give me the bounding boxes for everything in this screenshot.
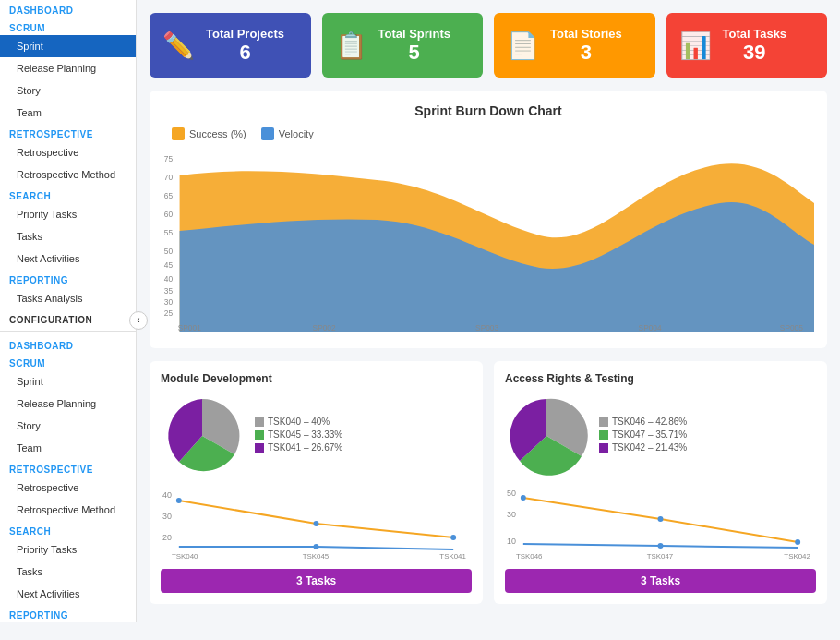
tasks-icon: 📊: [679, 30, 712, 61]
stat-card-stories: 📄 Total Stories 3: [494, 13, 655, 78]
stories-icon: 📄: [507, 30, 539, 61]
bottom-charts: Module Development TSK040 – 40%: [150, 361, 827, 604]
sidebar-section-dashboard1: DASHBOARD: [0, 0, 136, 18]
legend-tsk047-label: TSK047 – 35.71%: [612, 429, 687, 440]
sprints-icon: 📋: [335, 30, 367, 61]
sidebar-item-story2[interactable]: Story: [0, 415, 136, 437]
legend-tsk046-color: [599, 417, 608, 427]
legend-tsk045-label: TSK045 – 33.33%: [268, 429, 342, 440]
burn-down-chart: 75 70 65 60 55 50 45 40 35 30 25 SP001 S…: [162, 148, 814, 332]
access-rights-bar-chart: 50 30 10 TSK046 TSK047 TSK042: [505, 487, 816, 561]
module-dev-pie: [161, 394, 244, 477]
access-rights-legend: TSK046 – 42.86% TSK047 – 35.71% TSK042 –…: [599, 417, 687, 455]
svg-point-31: [795, 539, 800, 545]
sidebar-item-retrospective1[interactable]: Retrospective: [0, 141, 136, 163]
svg-text:70: 70: [164, 173, 173, 182]
legend-tsk041-color: [255, 443, 264, 453]
access-rights-chart: Access Rights & Testing TSK046 – 42.86%: [494, 361, 827, 604]
svg-text:50: 50: [164, 247, 173, 256]
sidebar-item-retro-method1[interactable]: Retrospective Method: [0, 163, 136, 186]
stories-value: 3: [550, 41, 622, 65]
sidebar-section-reporting2: REPORTING: [0, 605, 136, 622]
stat-card-tasks: 📊 Total Tasks 39: [666, 13, 828, 78]
sidebar-item-team2[interactable]: Team: [0, 437, 136, 459]
sidebar-item-priority1[interactable]: Priority Tasks: [0, 203, 136, 225]
sidebar-item-tasks2[interactable]: Tasks: [0, 561, 136, 583]
access-rights-tasks-bar[interactable]: 3 Tasks: [505, 569, 816, 593]
sprints-label: Total Sprints: [378, 27, 450, 41]
legend-tsk040-label: TSK040 – 40%: [268, 417, 330, 427]
legend-tsk042-label: TSK042 – 21.43%: [612, 442, 687, 453]
stat-cards: ✏️ Total Projects 6 📋 Total Sprints 5 📄 …: [150, 13, 827, 78]
sidebar-item-retro-method2[interactable]: Retrospective Method: [0, 499, 136, 521]
svg-text:20: 20: [162, 533, 172, 542]
svg-text:SP001: SP001: [178, 323, 201, 332]
sidebar-item-release-planning2[interactable]: Release Planning: [0, 392, 136, 415]
tasks-label: Total Tasks: [723, 27, 787, 41]
access-rights-title: Access Rights & Testing: [505, 372, 816, 385]
svg-text:TSK047: TSK047: [647, 552, 674, 561]
sidebar-section-dashboard2: DASHBOARD: [0, 335, 136, 353]
sidebar-section-config: CONFIGURATION: [0, 309, 136, 327]
svg-text:55: 55: [164, 228, 173, 237]
svg-point-22: [314, 544, 319, 549]
stat-card-projects: ✏️ Total Projects 6: [150, 13, 311, 78]
sidebar-item-release-planning1[interactable]: Release Planning: [0, 57, 136, 79]
sidebar-item-tasks-analysis1[interactable]: Tasks Analysis: [0, 287, 136, 309]
legend-tsk041-label: TSK041 – 26.67%: [268, 442, 342, 453]
legend-velocity-label: Velocity: [279, 128, 314, 139]
stat-card-sprints: 📋 Total Sprints 5: [322, 13, 484, 78]
svg-point-32: [658, 543, 664, 549]
sidebar-section-scrum1: SCRUM: [0, 18, 136, 35]
sprints-value: 5: [378, 41, 450, 65]
access-rights-pie: [505, 394, 588, 477]
svg-text:TSK040: TSK040: [172, 552, 198, 561]
svg-text:60: 60: [164, 210, 173, 219]
module-dev-pie-row: TSK040 – 40% TSK045 – 33.33% TSK041 – 26…: [161, 394, 472, 477]
module-dev-title: Module Development: [161, 372, 472, 385]
svg-text:30: 30: [162, 512, 172, 521]
svg-text:TSK046: TSK046: [516, 552, 543, 561]
sidebar-section-retro1: RETROSPECTIVE: [0, 124, 136, 141]
sidebar-section-retro2: RETROSPECTIVE: [0, 459, 136, 477]
tasks-value: 39: [723, 41, 787, 65]
burn-down-title: Sprint Burn Down Chart: [162, 103, 814, 118]
sidebar-item-retrospective2[interactable]: Retrospective: [0, 477, 136, 499]
svg-point-30: [658, 516, 664, 522]
svg-text:65: 65: [164, 191, 173, 200]
module-dev-chart: Module Development TSK040 – 40%: [150, 361, 483, 604]
legend-tsk042-color: [599, 443, 608, 453]
sidebar-item-story1[interactable]: Story: [0, 79, 136, 102]
legend-tsk046-label: TSK046 – 42.86%: [612, 417, 687, 427]
sidebar-item-next1[interactable]: Next Activities: [0, 248, 136, 270]
module-dev-tasks-bar[interactable]: 3 Tasks: [161, 569, 472, 593]
sidebar: DASHBOARD SCRUM Sprint Release Planning …: [0, 0, 137, 622]
svg-text:50: 50: [507, 489, 516, 498]
svg-text:SP005: SP005: [780, 323, 803, 332]
sidebar-item-team1[interactable]: Team: [0, 102, 136, 124]
svg-text:SP003: SP003: [475, 323, 498, 332]
legend-velocity: Velocity: [261, 127, 314, 140]
legend-tsk047-color: [599, 430, 608, 440]
sidebar-item-tasks1[interactable]: Tasks: [0, 225, 136, 248]
sidebar-item-priority2[interactable]: Priority Tasks: [0, 538, 136, 561]
projects-label: Total Projects: [206, 27, 284, 41]
sidebar-collapse-button[interactable]: ‹: [129, 311, 148, 330]
svg-text:30: 30: [164, 297, 173, 307]
legend-success-label: Success (%): [189, 128, 246, 139]
main-content: ✏️ Total Projects 6 📋 Total Sprints 5 📄 …: [137, 0, 840, 640]
svg-point-20: [314, 521, 319, 526]
svg-text:SP002: SP002: [313, 323, 336, 332]
sidebar-item-next2[interactable]: Next Activities: [0, 583, 136, 605]
access-rights-pie-row: TSK046 – 42.86% TSK047 – 35.71% TSK042 –…: [505, 394, 816, 477]
sidebar-section-search2: SEARCH: [0, 521, 136, 538]
sidebar-item-sprint2[interactable]: Sprint: [0, 370, 136, 392]
projects-value: 6: [206, 41, 284, 65]
svg-text:TSK045: TSK045: [303, 552, 330, 561]
svg-text:10: 10: [507, 537, 516, 546]
svg-text:40: 40: [162, 490, 172, 500]
module-dev-legend: TSK040 – 40% TSK045 – 33.33% TSK041 – 26…: [255, 417, 342, 455]
sidebar-item-sprint1[interactable]: Sprint: [0, 35, 136, 57]
legend-velocity-color: [261, 127, 274, 140]
legend-tsk045-color: [255, 430, 264, 440]
